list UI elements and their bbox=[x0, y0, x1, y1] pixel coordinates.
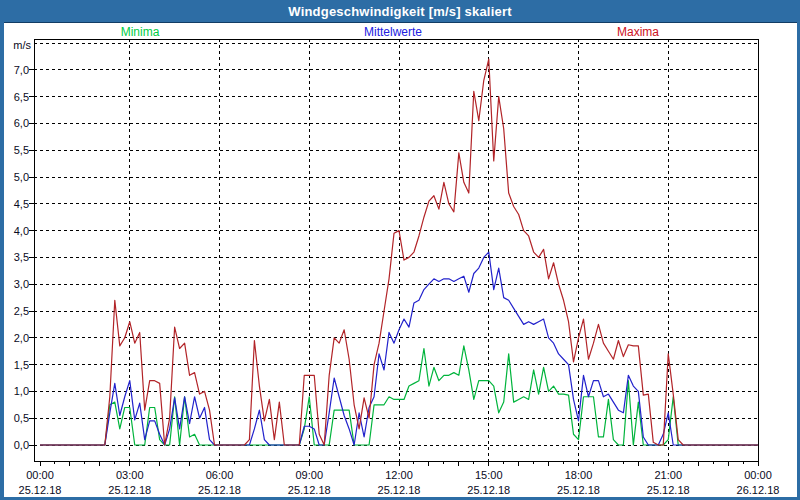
y-axis-label: 0,5 bbox=[14, 412, 29, 424]
y-axis-label: 2,5 bbox=[14, 305, 29, 317]
window-border-left bbox=[0, 22, 4, 500]
y-axis-label: 2,0 bbox=[14, 332, 29, 344]
x-axis-date-label: 25.12.18 bbox=[467, 484, 510, 496]
x-axis-time-label: 18:00 bbox=[565, 469, 593, 481]
plot-border bbox=[34, 39, 758, 461]
wind-speed-line-chart: 7,06,56,05,55,04,54,03,53,02,52,01,51,00… bbox=[0, 0, 800, 500]
x-axis-date-label: 25.12.18 bbox=[557, 484, 600, 496]
x-axis-date-label: 25.12.18 bbox=[19, 484, 62, 496]
y-axis-label: 6,5 bbox=[14, 91, 29, 103]
y-axis-label: 3,5 bbox=[14, 251, 29, 263]
x-axis-date-label: 25.12.18 bbox=[108, 484, 151, 496]
x-axis-date-label: 25.12.18 bbox=[288, 484, 331, 496]
legend-mittelwerte: Mittelwerte bbox=[364, 25, 422, 39]
x-axis-time-label: 06:00 bbox=[206, 469, 234, 481]
y-axis-label: 4,0 bbox=[14, 225, 29, 237]
legend-minima: Minima bbox=[121, 25, 160, 39]
title-bar: Windgeschwindigkeit [m/s] skaliert bbox=[0, 0, 800, 23]
x-axis-date-label: 25.12.18 bbox=[647, 484, 690, 496]
page-title: Windgeschwindigkeit [m/s] skaliert bbox=[288, 4, 511, 19]
x-axis-time-label: 03:00 bbox=[116, 469, 144, 481]
x-axis-date-label: 25.12.18 bbox=[198, 484, 241, 496]
y-axis-label: 1,0 bbox=[14, 385, 29, 397]
x-axis-date-label: 25.12.18 bbox=[378, 484, 421, 496]
x-axis-time-label: 09:00 bbox=[295, 469, 323, 481]
chart-window: Windgeschwindigkeit [m/s] skaliert Minim… bbox=[0, 0, 800, 500]
y-axis-label: 1,5 bbox=[14, 359, 29, 371]
y-axis-label: 3,0 bbox=[14, 278, 29, 290]
y-axis-label: 7,0 bbox=[14, 64, 29, 76]
x-axis-time-label: 12:00 bbox=[385, 469, 413, 481]
x-axis-date-label: 26.12.18 bbox=[737, 484, 780, 496]
x-axis-time-label: 21:00 bbox=[654, 469, 682, 481]
y-axis-unit-label: m/s bbox=[13, 39, 31, 51]
x-axis-time-label: 00:00 bbox=[26, 469, 54, 481]
y-axis-label: 4,5 bbox=[14, 198, 29, 210]
x-axis-time-label: 15:00 bbox=[475, 469, 503, 481]
y-axis-label: 6,0 bbox=[14, 117, 29, 129]
y-axis-label: 0,0 bbox=[14, 439, 29, 451]
y-axis-label: 5,5 bbox=[14, 144, 29, 156]
x-axis-time-label: 00:00 bbox=[744, 469, 772, 481]
legend-maxima: Maxima bbox=[617, 25, 659, 39]
y-axis-label: 5,0 bbox=[14, 171, 29, 183]
